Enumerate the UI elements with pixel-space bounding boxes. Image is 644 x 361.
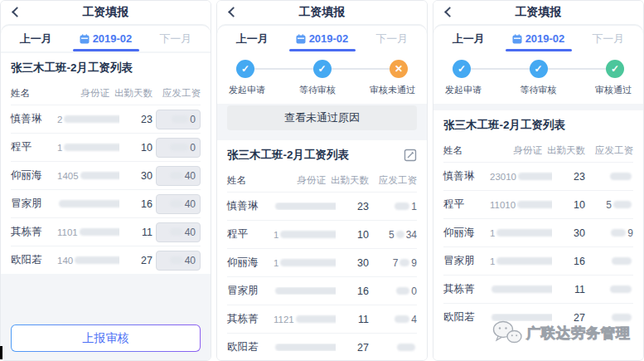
redacted-id (64, 115, 119, 123)
attendance-days: 11 (119, 227, 153, 238)
worker-id: 11010 (490, 200, 552, 210)
salary-cell: 1 (369, 201, 417, 212)
table-row: 慎善琳 23 1 (227, 192, 417, 220)
salary-cell: 9 (585, 227, 633, 239)
attendance-days: 30 (552, 227, 585, 239)
redacted-id (64, 144, 119, 151)
col-pay: 应发工资 (585, 144, 633, 157)
col-name: 姓名 (443, 144, 490, 157)
tab-next-month[interactable]: 下一月 (574, 32, 643, 46)
table-row: 其栋菁 1101 11 40 (11, 217, 201, 246)
worker-id: 1101 (57, 227, 119, 237)
page-title: 工资填报 (299, 5, 346, 20)
col-days: 出勤天数 (326, 174, 369, 187)
calendar-icon (296, 34, 306, 44)
attendance-days: 30 (119, 170, 153, 182)
worker-name: 慎善琳 (11, 112, 57, 126)
back-icon[interactable] (444, 7, 455, 17)
worker-id: 1 (57, 143, 119, 153)
step-passed-icon: ✓ (606, 60, 624, 78)
approval-stepper: ✓ ✓ ✕ 发起申请 等待审核 审核未通过 (217, 51, 427, 104)
salary-list: 张三木工班-2月工资列表 姓名 身份证 出勤天数 应发工资 慎善琳 2 23 0… (1, 53, 211, 274)
view-reason-button[interactable]: 查看未通过原因 (227, 105, 417, 130)
table-row: 仰丽海 1405 30 40 (11, 161, 201, 189)
table-row: 程平 1 10 534 (227, 220, 417, 248)
salary-cell: 0 (153, 138, 201, 158)
table-row: 冒家朋 112 16 (443, 246, 633, 275)
worker-name: 慎善琳 (443, 169, 490, 183)
watermark: 广联达劳务管理 (492, 320, 631, 345)
app-bar: 工资填报 (1, 1, 211, 24)
calendar-icon (80, 34, 90, 44)
table-row: 慎善琳 23010708 23 (443, 162, 633, 190)
salary-cell (585, 285, 633, 293)
tab-current-label: 2019-02 (93, 32, 133, 45)
tab-prev-month[interactable]: 上一月 (433, 32, 503, 46)
tab-next-month[interactable]: 下一月 (141, 32, 211, 46)
worker-name: 程平 (11, 140, 57, 154)
worker-name: 欧阳若 (443, 310, 490, 324)
redacted-salary (170, 256, 183, 264)
salary-cell: 4 (369, 314, 417, 325)
phone-panel-approved: 工资填报 上一月 2019-02 下一月 ✓ ✓ ✓ 发起申请 等待审 (433, 0, 644, 361)
salary-cell (585, 257, 633, 265)
tab-prev-month[interactable]: 上一月 (217, 32, 287, 46)
redacted-salary (395, 315, 409, 323)
redacted-id (496, 257, 552, 265)
redacted-salary (172, 115, 188, 123)
worker-id: 1121 (274, 315, 336, 324)
salary-cell: 5 (585, 199, 633, 211)
worker-name: 欧阳若 (11, 253, 57, 267)
worker-name: 其栋菁 (227, 312, 274, 326)
back-icon[interactable] (228, 7, 239, 17)
table-row: 慎善琳 2 23 0 (11, 105, 201, 133)
col-days: 出勤天数 (109, 87, 153, 100)
edit-icon[interactable] (404, 149, 417, 162)
step-label-passed: 审核通过 (595, 84, 632, 96)
panel-content: ✓ ✓ ✕ 发起申请 等待审核 审核未通过 查看未通过原因 张三木工班-2月工资… (217, 51, 427, 360)
table-row: 其栋菁 023 11 (443, 275, 633, 303)
salary-cell: 0 (153, 110, 201, 129)
worker-id: 2 (57, 199, 119, 209)
redacted-id (75, 256, 119, 264)
redacted-id (80, 172, 119, 179)
redacted-salary (396, 287, 409, 295)
tab-next-month[interactable]: 下一月 (357, 32, 427, 46)
table-header: 姓名 身份证 出勤天数 应发工资 (227, 169, 417, 192)
step-done-icon: ✓ (453, 60, 471, 78)
table-row: 冒家朋 16 0 (227, 276, 417, 305)
redacted-id (275, 202, 336, 210)
salary-cell: 40 (153, 222, 201, 242)
panel-content: ✓ ✓ ✓ 发起申请 等待审核 审核通过 张三木工班-2月工资列表 姓名 身份证… (433, 51, 643, 360)
tab-current-month[interactable]: 2019-02 (70, 32, 140, 45)
tab-current-month[interactable]: 2019-02 (287, 32, 356, 45)
worker-name: 程平 (227, 227, 274, 241)
tab-prev-month[interactable]: 上一月 (1, 32, 70, 46)
worker-id: 1405 (57, 171, 119, 181)
col-id: 身份证 (57, 87, 109, 100)
wechat-bubbles-icon (492, 320, 522, 345)
salary-cell (369, 344, 417, 351)
list-title: 张三木工班-2月工资列表 (227, 148, 349, 163)
table-row: 欧阳若 27 (227, 333, 417, 361)
worker-id: 140 (57, 256, 119, 266)
attendance-days: 27 (336, 342, 369, 354)
table-row: 仰丽海 1434 30 9 (443, 218, 633, 246)
worker-name: 仰丽海 (227, 256, 274, 270)
redacted-salary (613, 201, 632, 208)
tab-current-month[interactable]: 2019-02 (503, 32, 573, 45)
salary-cell: 0 (369, 285, 417, 297)
worker-name: 冒家朋 (227, 284, 274, 298)
panel-content: 张三木工班-2月工资列表 姓名 身份证 出勤天数 应发工资 慎善琳 2 23 0… (1, 51, 211, 360)
submit-review-button[interactable]: 上报审核 (11, 324, 201, 352)
col-days: 出勤天数 (542, 144, 585, 157)
worker-id: 1 (274, 230, 336, 240)
worker-id: 2 (57, 115, 119, 124)
table-row: 冒家朋 2 16 40 (11, 189, 201, 217)
worker-name: 其栋菁 (443, 282, 490, 296)
back-icon[interactable] (12, 7, 22, 17)
table-row: 欧阳若 140 27 40 (11, 246, 201, 274)
redacted-salary (610, 285, 632, 293)
step-done-icon: ✓ (313, 60, 332, 78)
worker-name: 仰丽海 (443, 226, 490, 240)
